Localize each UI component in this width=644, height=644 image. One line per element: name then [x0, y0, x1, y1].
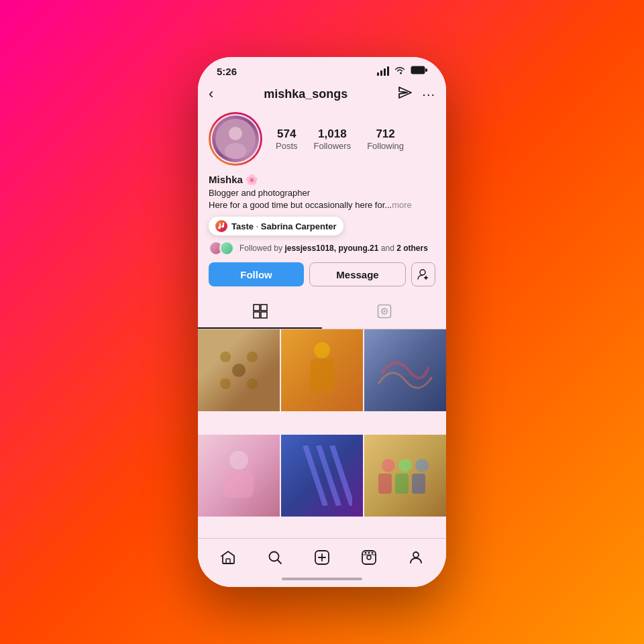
music-separator: · [256, 221, 261, 231]
svg-point-20 [229, 451, 248, 470]
svg-rect-21 [224, 471, 254, 498]
svg-rect-9 [261, 312, 267, 318]
follower-avatars [209, 241, 234, 256]
nav-create[interactable] [307, 545, 337, 570]
svg-point-41 [368, 552, 370, 554]
svg-rect-28 [378, 474, 392, 494]
nav-home[interactable] [213, 545, 243, 570]
home-indicator [198, 574, 446, 587]
stat-followers[interactable]: 1,018 Followers [314, 127, 352, 151]
profile-tabs [198, 297, 446, 329]
tagged-icon [377, 304, 392, 322]
followed-by: Followed by jessjess1018, pyoung.21 and … [209, 241, 435, 256]
grid-icon [253, 304, 268, 322]
avatar-wrapper [209, 112, 262, 166]
phone-frame: 5:26 ‹ [198, 57, 446, 587]
avatar-inner [211, 114, 260, 164]
tab-tagged[interactable] [322, 297, 446, 329]
grid-item-2[interactable] [281, 329, 363, 411]
svg-point-15 [220, 378, 231, 389]
photo-overlay-4 [198, 435, 280, 517]
photo-overlay-5 [281, 435, 363, 517]
svg-point-27 [415, 459, 429, 472]
bio-line1: Blogger and photographer [209, 188, 310, 198]
nav-bar [198, 538, 446, 574]
svg-point-3 [229, 127, 242, 140]
svg-rect-8 [254, 312, 260, 318]
grid-item-1[interactable] [198, 329, 280, 411]
profile-top: 574 Posts 1,018 Followers 712 Following [209, 112, 435, 166]
follow-button[interactable]: Follow [209, 262, 304, 286]
battery-icon [411, 65, 427, 77]
music-artist: Sabrina Carpenter [261, 221, 337, 231]
username-header: mishka_songs [264, 87, 347, 101]
posts-count: 574 [277, 127, 296, 141]
svg-rect-30 [412, 474, 425, 494]
direct-message-icon[interactable] [398, 86, 413, 102]
stats-row: 574 Posts 1,018 Followers 712 Following [276, 127, 435, 151]
bio-line2: Here for a good time but occasionally he… [209, 200, 392, 210]
profile-header: ‹ mishka_songs ··· [198, 81, 446, 108]
svg-point-17 [232, 364, 246, 377]
tab-grid[interactable] [198, 297, 322, 329]
wifi-icon [394, 66, 405, 76]
svg-point-12 [383, 311, 385, 313]
status-icons [377, 65, 427, 77]
followed-by-others: 2 others [396, 244, 428, 253]
svg-point-16 [247, 378, 258, 389]
photo-grid [198, 329, 446, 538]
nav-search[interactable] [260, 545, 290, 570]
nav-profile[interactable] [401, 545, 431, 570]
svg-point-4 [225, 143, 246, 159]
profile-bio: Blogger and photographer Here for a good… [209, 187, 435, 211]
photo-overlay-6 [364, 435, 446, 517]
svg-point-43 [413, 552, 419, 557]
svg-rect-31 [226, 559, 230, 564]
svg-rect-0 [411, 66, 425, 74]
status-time: 5:26 [217, 66, 237, 77]
status-bar: 5:26 [198, 57, 446, 81]
svg-rect-29 [395, 474, 409, 494]
followed-by-text: Followed by jessjess1018, pyoung.21 and … [239, 244, 428, 253]
more-options-icon[interactable]: ··· [422, 87, 435, 102]
grid-item-4[interactable] [198, 435, 280, 517]
follower-avatar-2 [219, 241, 234, 256]
bio-more[interactable]: more [392, 200, 412, 210]
home-indicator-bar [282, 578, 362, 580]
followed-by-users: jessjess1018, pyoung.21 [284, 244, 378, 253]
svg-rect-7 [261, 305, 267, 311]
svg-point-42 [372, 552, 374, 554]
music-tooltip[interactable]: Taste · Sabrina Carpenter [209, 217, 343, 235]
header-actions: ··· [398, 86, 435, 102]
following-label: Following [367, 141, 404, 151]
svg-point-5 [420, 270, 425, 275]
music-song: Taste [231, 221, 254, 231]
following-count: 712 [376, 127, 394, 141]
followers-label: Followers [314, 141, 352, 151]
add-friend-button[interactable] [411, 262, 435, 286]
followed-by-prefix: Followed by [239, 244, 284, 253]
svg-point-18 [314, 342, 330, 358]
action-buttons: Follow Message [209, 262, 435, 286]
svg-point-13 [220, 352, 231, 362]
nav-reels[interactable] [354, 545, 384, 570]
svg-point-26 [398, 459, 412, 472]
svg-point-38 [367, 555, 371, 559]
music-icon [215, 220, 227, 232]
grid-item-6[interactable] [364, 435, 446, 517]
photo-overlay-2 [281, 329, 363, 411]
svg-point-14 [247, 352, 258, 362]
grid-item-5[interactable] [281, 435, 363, 517]
svg-point-25 [382, 459, 395, 472]
grid-item-3[interactable] [364, 329, 446, 411]
signal-icon [377, 66, 389, 76]
stat-following[interactable]: 712 Following [367, 127, 404, 151]
back-button[interactable]: ‹ [209, 85, 213, 103]
followers-count: 1,018 [318, 127, 347, 141]
followed-by-suffix: and [378, 244, 396, 253]
stat-posts[interactable]: 574 Posts [276, 127, 298, 151]
svg-rect-1 [425, 68, 427, 72]
message-button[interactable]: Message [309, 262, 406, 286]
music-song-text: Taste · Sabrina Carpenter [231, 221, 337, 231]
svg-point-40 [365, 552, 367, 554]
